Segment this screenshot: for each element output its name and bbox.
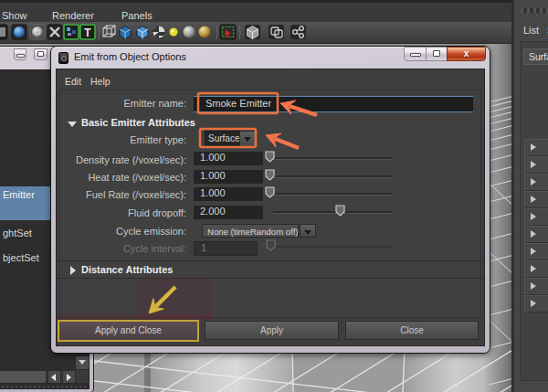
svg-text:T: T (84, 26, 91, 39)
